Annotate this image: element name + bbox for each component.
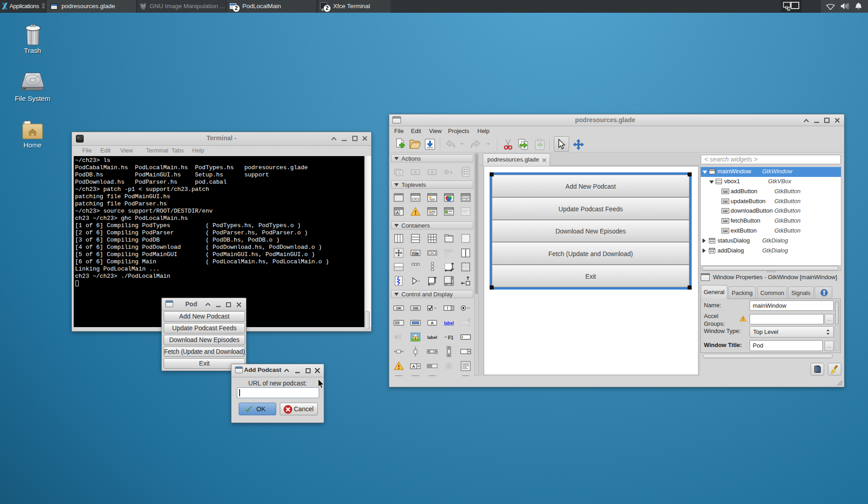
svg-text:A: A (396, 210, 399, 215)
svg-text:label: label (427, 335, 437, 340)
svg-text:label: label (444, 320, 454, 325)
svg-text:A: A (398, 171, 401, 176)
svg-text:F1: F1 (448, 335, 453, 340)
svg-text:File: File (412, 251, 419, 256)
svg-text:A: A (431, 170, 434, 175)
svg-text:0..: 0.. (463, 322, 467, 325)
svg-text:A: A (414, 170, 417, 175)
svg-text:A: A (412, 364, 415, 369)
svg-text:OK: OK (396, 306, 401, 310)
svg-text:ON: ON (413, 306, 418, 310)
svg-text:A: A (431, 321, 434, 325)
svg-text:A: A (450, 170, 453, 175)
